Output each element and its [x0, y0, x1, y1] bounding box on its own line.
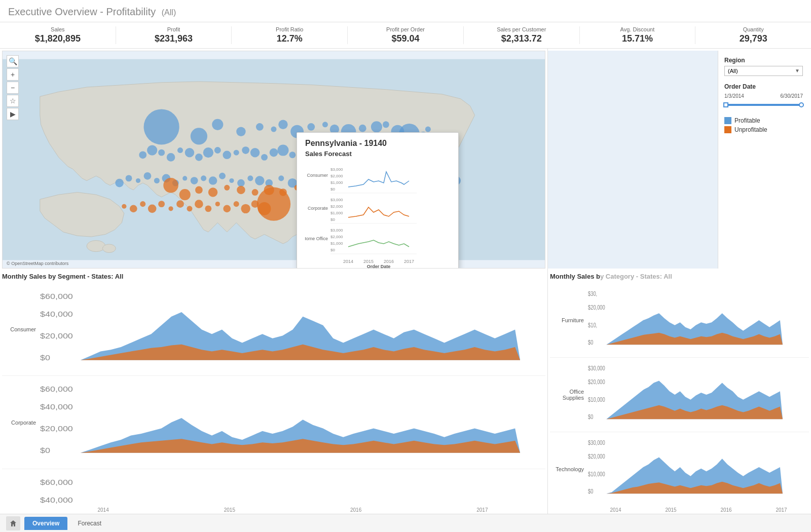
tab-forecast[interactable]: Forecast [69, 517, 109, 530]
kpi-sales: Sales $1,820,895 [0, 26, 116, 44]
svg-point-7 [271, 127, 276, 132]
svg-text:$60,000: $60,000 [40, 478, 73, 487]
svg-text:2015: 2015 [363, 259, 374, 264]
svg-text:$0: $0 [588, 488, 593, 495]
zoom-in-button[interactable]: + [7, 68, 19, 81]
home-button[interactable] [6, 516, 20, 530]
svg-point-49 [177, 147, 183, 153]
svg-point-67 [229, 178, 234, 183]
svg-point-112 [205, 205, 211, 212]
kpi-profit-ratio: Profit Ratio 12.7% [232, 26, 348, 44]
consumer-chart: $60,000 $40,000 $20,000 $0 [40, 290, 545, 369]
svg-text:$30,000: $30,000 [588, 364, 605, 371]
svg-text:$20,000: $20,000 [588, 453, 605, 460]
svg-point-70 [201, 175, 206, 181]
svg-text:$20,000: $20,000 [588, 304, 605, 311]
profitable-icon [724, 117, 731, 124]
svg-point-78 [126, 175, 132, 181]
kpi-avg-discount: Avg. Discount 15.71% [580, 26, 696, 44]
region-filter-label: Region [724, 57, 803, 64]
svg-point-44 [223, 150, 231, 159]
filter-sidebar: Region (All) ▼ Order Date 1/3/2014 6/30/… [718, 51, 809, 269]
svg-point-50 [167, 153, 175, 162]
map-copyright: © OpenStreetMap contributors [7, 261, 68, 266]
tooltip-popup: Pennsylvania - 19140 Sales Forecast Cons… [297, 132, 459, 269]
play-button[interactable]: ▶ [7, 108, 19, 120]
svg-text:$3,000: $3,000 [330, 228, 343, 233]
svg-text:$20,000: $20,000 [40, 424, 73, 433]
svg-text:Order Date: Order Date [367, 264, 391, 268]
svg-point-2 [102, 244, 116, 253]
technology-chart-row: Technology $30,000 $20,000 $10,000 $0 [550, 432, 809, 506]
corporate-chart-row: Corporate $60,000 $40,000 $20,000 $0 [2, 375, 545, 468]
svg-point-8 [278, 120, 287, 129]
furniture-label: Furniture [550, 317, 588, 323]
svg-point-46 [203, 147, 213, 158]
map-svg: ↖ [3, 51, 545, 268]
svg-text:$0: $0 [40, 353, 50, 362]
svg-text:$3,000: $3,000 [330, 198, 343, 202]
left-x-axis: 2014 2015 2016 2017 [2, 506, 545, 513]
svg-point-23 [425, 127, 431, 132]
region-select[interactable]: (All) [724, 66, 803, 76]
svg-point-106 [258, 202, 271, 215]
tab-bar: Overview Forecast [0, 514, 811, 532]
tab-overview[interactable]: Overview [24, 517, 67, 530]
svg-point-52 [147, 145, 157, 155]
svg-point-115 [176, 200, 184, 208]
slider-left-handle[interactable] [723, 102, 728, 107]
technology-label: Technology [550, 466, 588, 472]
x-label-2016: 2016 [293, 507, 419, 513]
zoom-out-button[interactable]: − [7, 82, 19, 94]
legend-profitable: Profitable [724, 117, 803, 124]
kpi-bar: Sales $1,820,895 Profit $231,963 Profit … [0, 22, 811, 49]
search-button[interactable]: 🔍 [7, 55, 19, 67]
svg-text:$1,000: $1,000 [330, 180, 343, 185]
homeoffice-chart: $60,000 $40,000 $20,000 $0 [40, 476, 545, 506]
svg-text:$1,000: $1,000 [330, 211, 343, 215]
svg-point-53 [139, 151, 146, 159]
svg-point-110 [223, 205, 231, 212]
svg-point-84 [179, 189, 191, 200]
legend: Profitable Unprofitable [724, 117, 803, 133]
bookmark-button[interactable]: ☆ [7, 95, 19, 107]
header: Executive Overview - Profitability (All) [0, 0, 811, 22]
svg-point-43 [234, 150, 239, 156]
svg-text:Consumer: Consumer [307, 173, 328, 178]
corporate-chart: $60,000 $40,000 $20,000 $0 [40, 383, 545, 462]
consumer-label: Consumer [2, 326, 40, 332]
furniture-chart: $30, $20,000 $10, $0 [588, 289, 809, 352]
svg-point-114 [187, 206, 192, 211]
officesupplies-label: Office Supplies [550, 389, 588, 401]
svg-point-111 [215, 202, 220, 206]
svg-point-51 [158, 149, 165, 156]
svg-point-86 [208, 187, 217, 197]
svg-text:$40,000: $40,000 [40, 495, 73, 504]
right-chart-title: Monthly Sales by Category - States: All [550, 271, 809, 283]
svg-text:$1,000: $1,000 [330, 241, 343, 246]
tooltip-subtitle: Sales Forecast [305, 150, 450, 158]
svg-point-68 [219, 173, 226, 179]
legend-unprofitable: Unprofitable [724, 126, 803, 133]
dashboard: Executive Overview - Profitability (All)… [0, 0, 811, 532]
slider-right-handle[interactable] [799, 102, 804, 107]
svg-text:$2,000: $2,000 [330, 174, 343, 178]
bubble-profitable[interactable] [144, 109, 179, 144]
svg-point-89 [252, 189, 259, 196]
technology-chart: $30,000 $20,000 $10,000 $0 [588, 438, 809, 501]
svg-point-37 [289, 151, 296, 158]
svg-point-1 [87, 241, 105, 252]
date-range-slider[interactable] [724, 101, 803, 109]
tooltip-chart: Consumer $3,000 $2,000 $1,000 $0 Corpora… [305, 162, 447, 263]
svg-text:$0: $0 [330, 187, 335, 192]
svg-point-85 [195, 186, 203, 194]
svg-point-5 [236, 127, 245, 136]
tooltip-title: Pennsylvania - 19140 [305, 139, 450, 148]
svg-point-116 [168, 206, 173, 211]
map-section: ↖ 🔍 + − ☆ ▶ © OpenStreetMap contributors… [2, 51, 545, 269]
officesupplies-chart-row: Office Supplies $30,000 $20,000 $10,000 … [550, 357, 809, 432]
svg-text:$20,000: $20,000 [40, 331, 73, 340]
svg-text:$0: $0 [588, 339, 593, 346]
svg-point-72 [182, 176, 187, 180]
svg-text:$2,000: $2,000 [330, 204, 343, 209]
